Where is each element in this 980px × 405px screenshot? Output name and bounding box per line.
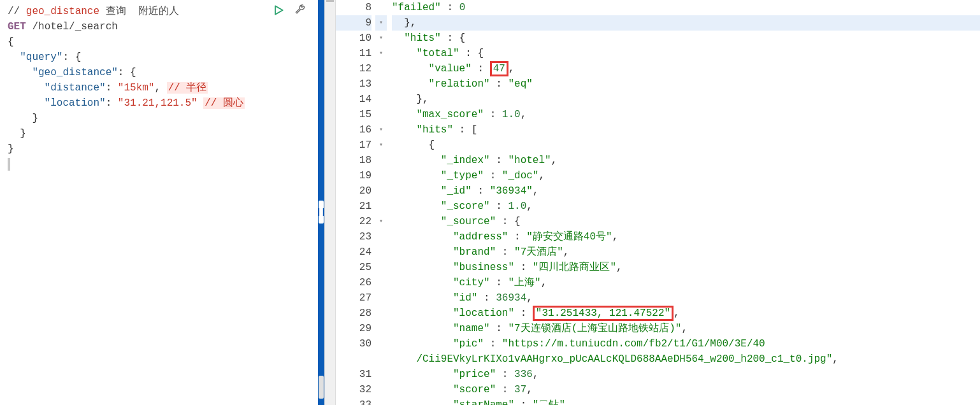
code-line: "hits" : { bbox=[392, 31, 980, 46]
code-line: "total" : { bbox=[392, 46, 980, 61]
line-number-gutter: 8 9 10 11 12 13 14 15 16 17 18 19 20 21 … bbox=[336, 0, 375, 405]
code-line: "_type" : "_doc", bbox=[392, 168, 980, 183]
code-line: "query": { bbox=[8, 50, 310, 65]
code-line: "score" : 37, bbox=[392, 382, 980, 397]
response-scrollbar[interactable] bbox=[324, 0, 336, 405]
code-line: }, bbox=[392, 92, 980, 107]
code-line: "id" : 36934, bbox=[392, 290, 980, 306]
run-icon[interactable] bbox=[272, 4, 285, 22]
cursor-indicator bbox=[8, 158, 10, 171]
code-line: { bbox=[392, 138, 980, 153]
code-line: GET /hotel/_search bbox=[8, 19, 310, 34]
code-line: "_score" : 1.0, bbox=[392, 199, 980, 214]
response-pane[interactable]: 8 9 10 11 12 13 14 15 16 17 18 19 20 21 … bbox=[336, 0, 980, 405]
code-line: "city" : "上海", bbox=[392, 275, 980, 290]
code-line: "_source" : { bbox=[392, 214, 980, 229]
highlight-total-value: 47 bbox=[490, 61, 508, 76]
code-line: } bbox=[8, 126, 310, 141]
code-line: "relation" : "eq" bbox=[392, 76, 980, 92]
code-line: }, bbox=[392, 15, 980, 31]
pane-splitter[interactable]: || bbox=[318, 0, 324, 405]
code-line: "_index" : "hotel", bbox=[392, 153, 980, 168]
fold-column[interactable]: ▾ ▾ ▾ ▾ ▾ ▾ bbox=[375, 0, 387, 405]
code-line: "starName" : "二钻" bbox=[392, 397, 980, 405]
code-line: "business" : "四川北路商业区", bbox=[392, 260, 980, 275]
code-line: "max_score" : 1.0, bbox=[392, 107, 980, 122]
highlight-location-value: "31.251433, 121.47522" bbox=[533, 306, 674, 321]
response-code[interactable]: "failed" : 0 }, "hits" : { "total" : { "… bbox=[387, 0, 980, 405]
code-line: "location": "31.21,121.5" // 圆心 bbox=[8, 96, 310, 111]
code-line: } bbox=[8, 141, 310, 157]
code-line: "brand" : "7天酒店", bbox=[392, 245, 980, 260]
splitter-handle-secondary[interactable] bbox=[319, 376, 324, 399]
code-line: "_id" : "36934", bbox=[392, 183, 980, 199]
code-line: "failed" : 0 bbox=[392, 0, 980, 15]
code-line: "price" : 336, bbox=[392, 367, 980, 382]
code-line: "value" : 47, bbox=[392, 61, 980, 76]
code-line: "name" : "7天连锁酒店(上海宝山路地铁站店)", bbox=[392, 321, 980, 336]
splitter-handle-icon[interactable]: || bbox=[319, 201, 324, 224]
request-editor-pane[interactable]: // geo_distance 查询 附近的人 GET /hotel/_sear… bbox=[0, 0, 318, 405]
code-line: "address" : "静安交通路40号", bbox=[392, 229, 980, 245]
code-line: "geo_distance": { bbox=[8, 65, 310, 80]
code-line: "distance": "15km", // 半径 bbox=[8, 80, 310, 96]
code-line: "pic" : "https://m.tuniucdn.com/fb2/t1/G… bbox=[392, 336, 980, 367]
code-line: } bbox=[8, 111, 310, 126]
code-line: "hits" : [ bbox=[392, 122, 980, 138]
wrench-icon[interactable] bbox=[294, 4, 306, 22]
code-line: // geo_distance 查询 附近的人 bbox=[8, 4, 310, 19]
code-line: "location" : "31.251433, 121.47522", bbox=[392, 306, 980, 321]
code-line: { bbox=[8, 34, 310, 50]
